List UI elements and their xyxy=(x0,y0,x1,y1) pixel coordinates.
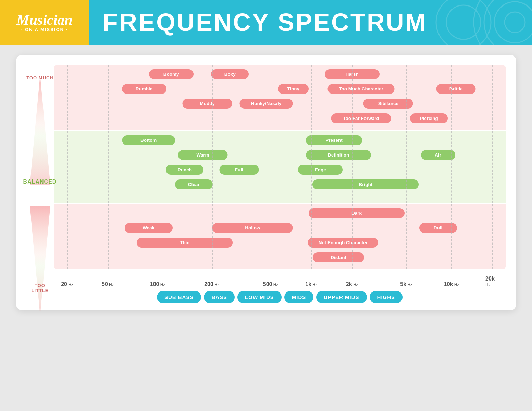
pill-hollow: Hollow xyxy=(212,223,293,233)
pill-edge: Edge xyxy=(298,165,343,175)
svg-marker-6 xyxy=(30,75,50,185)
svg-marker-7 xyxy=(30,206,50,315)
cat-sub-bass: SUB BASS xyxy=(157,291,201,303)
pill-honky-nasaly: Honky/Nasaly xyxy=(239,99,293,109)
pill-dark: Dark xyxy=(309,208,405,218)
pill-present: Present xyxy=(306,135,362,145)
freq-100hz: 100 Hz xyxy=(150,281,165,287)
pill-boxy: Boxy xyxy=(211,69,249,79)
pill-too-far-forward: Too Far Forward xyxy=(331,113,391,123)
pill-sibilance: Sibilance xyxy=(363,99,413,109)
svg-point-0 xyxy=(474,0,532,45)
pill-not-enough-character: Not Enough Character xyxy=(308,238,378,248)
pill-definition: Definition xyxy=(306,150,371,160)
main-card: TOO MUCH BALANCED TOO LITTLE Boomy Boxy … xyxy=(16,55,516,310)
chart-area: TOO MUCH BALANCED TOO LITTLE Boomy Boxy … xyxy=(26,65,506,303)
frequency-axis: 20 Hz 50 Hz 100 Hz 200 Hz 500 Hz 1k Hz xyxy=(54,272,506,287)
pill-warm: Warm xyxy=(178,150,228,160)
pill-full: Full xyxy=(219,165,259,175)
pill-muddy: Muddy xyxy=(183,99,232,109)
axis-too-much: TOO MUCH xyxy=(26,75,53,80)
freq-50hz: 50 Hz xyxy=(102,281,114,287)
freq-500hz: 500 Hz xyxy=(263,281,279,287)
pill-clear: Clear xyxy=(175,179,213,189)
svg-point-5 xyxy=(446,5,481,39)
freq-200hz: 200 Hz xyxy=(204,281,220,287)
svg-point-3 xyxy=(505,12,525,33)
pill-punch: Punch xyxy=(166,165,203,175)
left-axis: TOO MUCH BALANCED TOO LITTLE xyxy=(26,65,54,303)
freq-1khz: 1k Hz xyxy=(305,281,318,287)
pill-bottom: Bottom xyxy=(122,135,175,145)
band-too-little: Dark Weak Hollow Dull Thin Not Enough Ch… xyxy=(54,204,506,269)
chart-grid: Boomy Boxy Harsh Rumble Tinny Too Much C… xyxy=(54,65,506,303)
axis-too-little: TOO LITTLE xyxy=(26,283,54,293)
pill-thin: Thin xyxy=(137,238,233,248)
freq-20hz: 20 Hz xyxy=(61,281,73,287)
band-too-much: Boomy Boxy Harsh Rumble Tinny Too Much C… xyxy=(54,65,506,130)
freq-5khz: 5k Hz xyxy=(400,281,412,287)
freq-20khz: 20k Hz xyxy=(485,276,499,287)
freq-2khz: 2k Hz xyxy=(346,281,358,287)
svg-point-4 xyxy=(436,0,491,45)
band-balanced: Bottom Present Warm Definition Air Punch… xyxy=(54,131,506,203)
cat-mids: MIDS xyxy=(284,291,314,303)
pill-weak: Weak xyxy=(125,223,173,233)
pill-tinny: Tinny xyxy=(278,84,309,94)
cat-bass: BASS xyxy=(204,291,235,303)
cat-upper-mids: UPPER MIDS xyxy=(316,291,367,303)
pill-brittle: Brittle xyxy=(436,84,476,94)
logo: Musician · ON A MISSION · xyxy=(0,0,89,45)
svg-point-2 xyxy=(494,2,532,43)
pill-distant: Distant xyxy=(313,252,364,262)
pill-bright: Bright xyxy=(312,179,419,189)
cat-highs: HIGHS xyxy=(370,291,403,303)
header: Musician · ON A MISSION · FREQUENCY SPEC… xyxy=(0,0,532,45)
pill-boomy: Boomy xyxy=(149,69,194,79)
axis-triangle xyxy=(30,75,50,315)
axis-balanced: BALANCED xyxy=(23,179,57,185)
pill-piercing: Piercing xyxy=(410,113,448,123)
pill-harsh: Harsh xyxy=(325,69,380,79)
pill-rumble: Rumble xyxy=(122,84,166,94)
logo-sub: · ON A MISSION · xyxy=(16,27,72,32)
pill-air: Air xyxy=(421,150,455,160)
vlines-balanced xyxy=(54,131,506,203)
pill-dull: Dull xyxy=(419,223,457,233)
logo-main: Musician xyxy=(16,13,72,27)
page-title: FREQUENCY SPECTRUM xyxy=(89,8,427,36)
pill-too-much-character: Too Much Character xyxy=(328,84,395,94)
cat-low-mids: LOW MIDS xyxy=(237,291,282,303)
category-row: SUB BASS BASS LOW MIDS MIDS UPPER MIDS H… xyxy=(54,291,506,303)
header-decoration xyxy=(395,0,532,45)
vlines-too-little xyxy=(54,204,506,269)
freq-10khz: 10k Hz xyxy=(444,281,459,287)
